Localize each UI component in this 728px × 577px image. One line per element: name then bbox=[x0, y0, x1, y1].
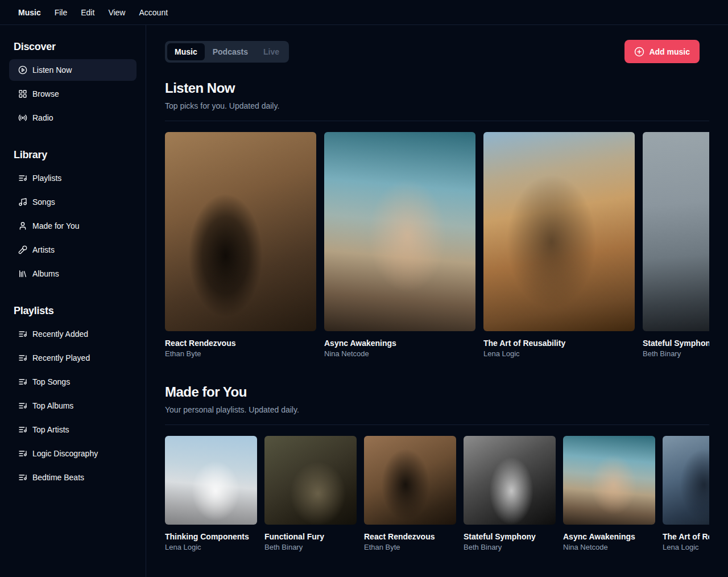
play-circle-icon bbox=[18, 65, 27, 75]
add-music-label: Add music bbox=[649, 47, 690, 56]
menubar-item-account[interactable]: Account bbox=[132, 5, 175, 20]
section-subtitle: Top picks for you. Updated daily. bbox=[165, 101, 709, 111]
sidebar-item-albums[interactable]: Albums bbox=[9, 263, 136, 285]
library-icon bbox=[18, 269, 27, 278]
sidebar-section-title: Library bbox=[9, 147, 136, 163]
main-content: MusicPodcastsLive Add music Listen Now T… bbox=[146, 25, 728, 577]
sidebar-section: Discover Listen Now Browse Radio bbox=[9, 39, 136, 129]
add-music-button[interactable]: Add music bbox=[624, 40, 700, 63]
album-title: Stateful Symphony bbox=[643, 339, 709, 348]
sidebar-item-made-for-you[interactable]: Made for You bbox=[9, 215, 136, 237]
list-music-icon bbox=[18, 425, 27, 434]
sidebar-item-recently-played[interactable]: Recently Played bbox=[9, 347, 136, 369]
album-title: Functional Fury bbox=[264, 532, 357, 541]
sidebar-item-label: Albums bbox=[32, 269, 59, 278]
tab-live: Live bbox=[256, 43, 287, 60]
music-note-icon bbox=[18, 197, 27, 207]
sidebar: Discover Listen Now Browse Radio Library… bbox=[0, 25, 146, 577]
sidebar-item-browse[interactable]: Browse bbox=[9, 83, 136, 105]
album-art bbox=[643, 132, 709, 331]
sidebar-section-items: Listen Now Browse Radio bbox=[9, 59, 136, 129]
sidebar-item-label: Top Artists bbox=[32, 425, 69, 434]
sidebar-section: Library Playlists Songs Made for You Art… bbox=[9, 147, 136, 285]
album-artist: Beth Binary bbox=[464, 543, 556, 551]
tab-music[interactable]: Music bbox=[167, 43, 205, 60]
list-music-icon bbox=[18, 401, 27, 410]
menubar-item-view[interactable]: View bbox=[101, 5, 132, 20]
list-music-icon bbox=[18, 353, 27, 362]
album-card[interactable]: Functional Fury Beth Binary bbox=[264, 436, 357, 551]
album-title: Async Awakenings bbox=[563, 532, 655, 541]
menubar-item-edit[interactable]: Edit bbox=[74, 5, 101, 20]
album-artist: Nina Netcode bbox=[563, 543, 655, 551]
app-shell: Discover Listen Now Browse Radio Library… bbox=[0, 25, 728, 577]
sidebar-item-playlists[interactable]: Playlists bbox=[9, 167, 136, 189]
sidebar-item-label: Artists bbox=[32, 245, 55, 254]
sidebar-section-title: Playlists bbox=[9, 303, 136, 319]
album-title: Thinking Components bbox=[165, 532, 257, 541]
menubar-item-music[interactable]: Music bbox=[11, 5, 48, 20]
mic-icon bbox=[18, 245, 27, 254]
sidebar-section-title: Discover bbox=[9, 39, 136, 55]
sidebar-item-top-songs[interactable]: Top Songs bbox=[9, 371, 136, 393]
sidebar-item-label: Top Albums bbox=[32, 401, 73, 410]
album-art bbox=[483, 132, 635, 331]
album-card[interactable]: React Rendezvous Ethan Byte bbox=[165, 132, 316, 358]
album-card[interactable]: The Art of Reusability Lena Logic bbox=[483, 132, 635, 358]
list-music-icon bbox=[18, 377, 27, 386]
separator bbox=[165, 424, 709, 425]
sidebar-item-bedtime-beats[interactable]: Bedtime Beats bbox=[9, 467, 136, 488]
plus-circle-icon bbox=[634, 47, 644, 57]
album-card[interactable]: Thinking Components Lena Logic bbox=[165, 436, 257, 551]
layout-grid-icon bbox=[18, 89, 27, 98]
sidebar-item-radio[interactable]: Radio bbox=[9, 107, 136, 129]
album-artist: Ethan Byte bbox=[364, 543, 456, 551]
sidebar-item-label: Recently Added bbox=[32, 329, 88, 339]
sidebar-item-top-albums[interactable]: Top Albums bbox=[9, 395, 136, 417]
album-art bbox=[165, 436, 257, 525]
album-title: React Rendezvous bbox=[364, 532, 456, 541]
sidebar-item-top-artists[interactable]: Top Artists bbox=[9, 419, 136, 440]
sidebar-item-label: Made for You bbox=[32, 221, 80, 230]
sidebar-item-logic-discography[interactable]: Logic Discography bbox=[9, 443, 136, 464]
sidebar-item-label: Recently Played bbox=[32, 353, 90, 362]
album-card[interactable]: Stateful Symphony Beth Binary bbox=[464, 436, 556, 551]
card-row: React Rendezvous Ethan Byte Async Awaken… bbox=[165, 132, 709, 358]
album-card[interactable]: React Rendezvous Ethan Byte bbox=[364, 436, 456, 551]
sidebar-item-artists[interactable]: Artists bbox=[9, 239, 136, 261]
menubar: MusicFileEditViewAccount bbox=[0, 0, 728, 25]
sidebar-item-label: Songs bbox=[32, 197, 55, 207]
album-card[interactable]: Stateful Symphony Beth Binary bbox=[643, 132, 709, 358]
album-card[interactable]: Async Awakenings Nina Netcode bbox=[563, 436, 655, 551]
album-card[interactable]: Async Awakenings Nina Netcode bbox=[324, 132, 475, 358]
album-art bbox=[264, 436, 357, 525]
tab-podcasts[interactable]: Podcasts bbox=[205, 43, 255, 60]
sidebar-item-label: Bedtime Beats bbox=[32, 473, 84, 482]
sidebar-section-items: Recently Added Recently Played Top Songs… bbox=[9, 323, 136, 488]
sidebar-item-label: Top Songs bbox=[32, 377, 70, 386]
section-listen-now: Listen Now Top picks for you. Updated da… bbox=[165, 80, 709, 358]
sidebar-item-recently-added[interactable]: Recently Added bbox=[9, 323, 136, 345]
list-music-icon bbox=[18, 473, 27, 482]
separator bbox=[165, 121, 709, 121]
radio-icon bbox=[18, 113, 27, 122]
sidebar-item-label: Radio bbox=[32, 113, 53, 122]
section-subtitle: Your personal playlists. Updated daily. bbox=[165, 405, 709, 415]
album-title: React Rendezvous bbox=[165, 339, 316, 348]
album-art bbox=[464, 436, 556, 525]
header-row: MusicPodcastsLive Add music bbox=[165, 40, 709, 63]
section-title: Listen Now bbox=[165, 80, 709, 96]
album-card[interactable]: The Art of Reusability Lena Logic bbox=[663, 436, 709, 551]
album-artist: Lena Logic bbox=[483, 349, 635, 358]
album-artist: Lena Logic bbox=[165, 543, 257, 551]
album-art bbox=[663, 436, 709, 525]
sidebar-item-listen-now[interactable]: Listen Now bbox=[9, 59, 136, 81]
menubar-item-file[interactable]: File bbox=[48, 5, 75, 20]
sidebar-item-songs[interactable]: Songs bbox=[9, 191, 136, 213]
album-title: Async Awakenings bbox=[324, 339, 475, 348]
sidebar-item-label: Logic Discography bbox=[32, 449, 98, 458]
sidebar-item-label: Listen Now bbox=[32, 65, 72, 75]
section-title: Made for You bbox=[165, 384, 709, 400]
album-artist: Nina Netcode bbox=[324, 349, 475, 358]
album-artist: Beth Binary bbox=[264, 543, 357, 551]
